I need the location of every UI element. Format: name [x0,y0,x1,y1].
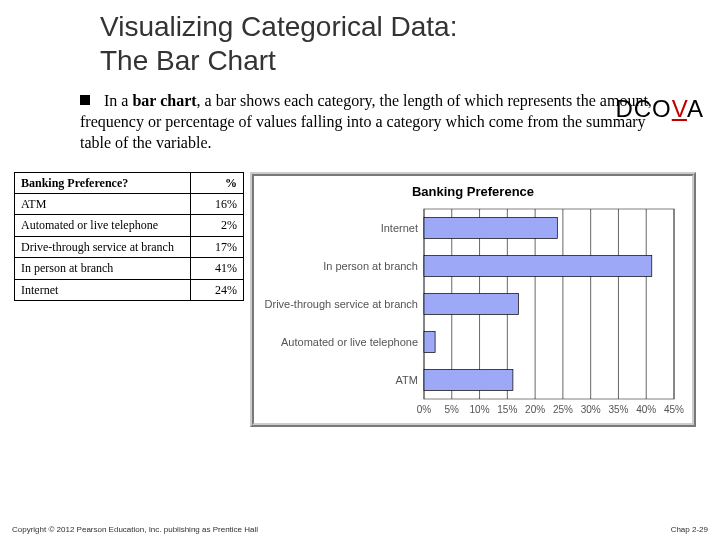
bar-chart: 0%5%10%15%20%25%30%35%40%45%InternetIn p… [254,203,692,423]
title-line-2: The Bar Chart [100,45,276,76]
svg-text:Drive-through service at branc: Drive-through service at branch [265,298,418,310]
table-header-category: Banking Preference? [15,172,191,193]
title-line-1: Visualizing Categorical Data: [100,11,457,42]
dcova-tag: DCOVA [615,95,704,123]
svg-text:40%: 40% [636,404,656,415]
svg-text:30%: 30% [581,404,601,415]
body-text: In a bar chart, a bar shows each categor… [80,92,652,151]
svg-rect-25 [424,293,518,314]
page-number: Chap 2-29 [671,525,708,534]
svg-rect-21 [424,217,557,238]
svg-text:5%: 5% [445,404,460,415]
footer: Copyright © 2012 Pearson Education, Inc.… [12,525,708,534]
svg-text:0%: 0% [417,404,432,415]
data-table: Banking Preference? % ATM16% Automated o… [14,172,244,301]
svg-rect-29 [424,369,513,390]
svg-text:35%: 35% [608,404,628,415]
table-row: Internet24% [15,279,244,300]
svg-rect-23 [424,255,652,276]
body-paragraph: In a bar chart, a bar shows each categor… [80,91,680,153]
copyright-text: Copyright © 2012 Pearson Education, Inc.… [12,525,258,534]
chart-panel: Banking Preference 0%5%10%15%20%25%30%35… [250,172,696,427]
bullet-icon [80,95,90,105]
svg-text:10%: 10% [470,404,490,415]
svg-text:25%: 25% [553,404,573,415]
table-header-percent: % [191,172,244,193]
svg-text:Internet: Internet [381,222,418,234]
svg-text:ATM: ATM [396,374,418,386]
table-row: Automated or live telephone2% [15,215,244,236]
svg-text:20%: 20% [525,404,545,415]
svg-rect-27 [424,331,435,352]
chart-title: Banking Preference [254,176,692,203]
slide-title: Visualizing Categorical Data: The Bar Ch… [0,0,720,83]
table-row: ATM16% [15,193,244,214]
svg-text:In person at branch: In person at branch [323,260,418,272]
svg-text:15%: 15% [497,404,517,415]
table-row: In person at branch41% [15,258,244,279]
svg-text:Automated or live telephone: Automated or live telephone [281,336,418,348]
svg-text:45%: 45% [664,404,684,415]
table-row: Drive-through service at branch17% [15,236,244,257]
